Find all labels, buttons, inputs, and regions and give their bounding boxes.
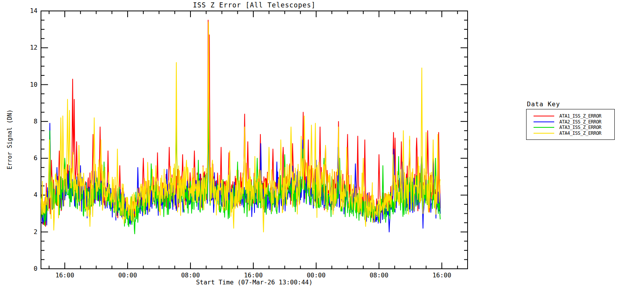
legend-box: ATA1_ISS_Z_ERRORATA2_ISS_Z_ERRORATA3_ISS… — [526, 109, 615, 140]
legend-swatch — [534, 133, 554, 134]
y-tick-label: 0 — [34, 265, 37, 272]
chart-title: ISS Z Error [All Telescopes] — [41, 1, 468, 9]
x-tick-label: 00:00 — [307, 272, 326, 279]
chart-root: 16:0000:0008:0016:0000:0008:0016:0002468… — [0, 0, 644, 293]
legend-label: ATA4_ISS_Z_ERROR — [559, 130, 601, 136]
series-lines — [41, 20, 440, 234]
legend-swatch — [534, 116, 554, 116]
y-tick-label: 6 — [34, 154, 37, 162]
legend-label: ATA3_ISS_Z_ERROR — [559, 125, 601, 130]
legend-entry: ATA2_ISS_Z_ERROR — [534, 119, 611, 125]
y-axis-title: Error Signal (DN) — [6, 109, 13, 170]
legend-label: ATA1_ISS_Z_ERROR — [559, 113, 601, 119]
x-tick-label: 08:00 — [370, 272, 388, 279]
legend-swatch — [534, 127, 554, 128]
x-tick-label: 00:00 — [118, 272, 137, 279]
legend-label: ATA2_ISS_Z_ERROR — [559, 119, 601, 125]
x-tick-label: 16:00 — [244, 272, 263, 279]
plot-svg: 16:0000:0008:0016:0000:0008:0016:0002468… — [0, 0, 644, 293]
x-tick-label: 08:00 — [181, 272, 200, 279]
legend-entry: ATA3_ISS_Z_ERROR — [534, 125, 611, 130]
legend-entry: ATA1_ISS_Z_ERROR — [534, 113, 611, 119]
y-tick-label: 8 — [34, 118, 37, 125]
legend-entry: ATA4_ISS_Z_ERROR — [534, 130, 611, 136]
y-tick-label: 10 — [30, 81, 37, 88]
legend-swatch — [534, 121, 554, 122]
x-tick-label: 16:00 — [55, 272, 74, 279]
y-tick-label: 12 — [30, 44, 37, 51]
y-tick-label: 14 — [30, 7, 37, 14]
x-axis-title: Start Time (07-Mar-26 13:00:44) — [41, 279, 468, 286]
legend: Data Key ATA1_ISS_Z_ERRORATA2_ISS_Z_ERRO… — [526, 100, 615, 140]
y-tick-label: 4 — [34, 191, 37, 198]
x-axis-ticks — [49, 11, 458, 269]
y-tick-label: 2 — [34, 228, 37, 236]
legend-title: Data Key — [527, 100, 615, 108]
x-tick-label: 16:00 — [432, 272, 451, 279]
